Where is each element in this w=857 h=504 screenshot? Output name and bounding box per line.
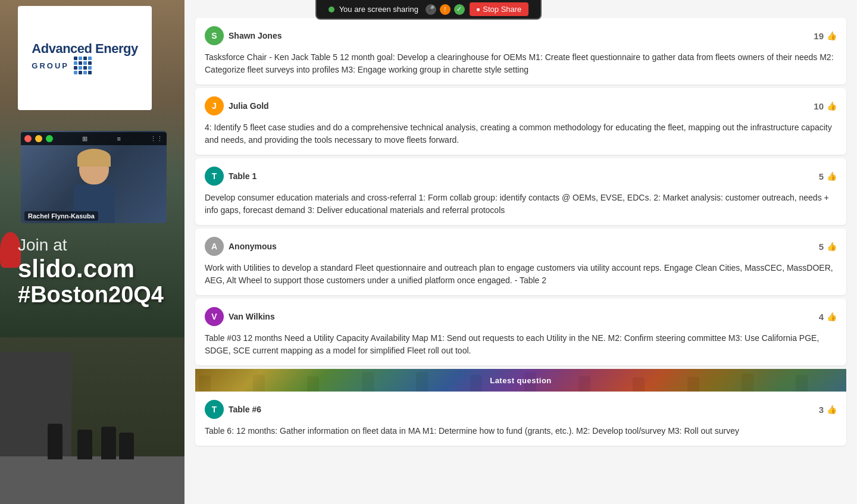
thumb-up-icon[interactable]: 👍 xyxy=(827,101,837,111)
latest-banner: Latest question xyxy=(195,369,846,392)
vote-section[interactable]: 4 👍 xyxy=(819,312,837,322)
author-name: Julia Gold xyxy=(229,101,269,111)
left-panel: Advanced Energy GROUP xyxy=(0,0,184,504)
apps-icon[interactable]: ⋮⋮ xyxy=(150,135,163,143)
logo: Advanced Energy GROUP xyxy=(26,36,143,80)
avatar: T xyxy=(205,400,224,419)
vote-section[interactable]: 5 👍 xyxy=(819,171,837,181)
card-header: J Julia Gold 10 👍 xyxy=(205,96,837,115)
vote-count: 19 xyxy=(814,31,824,41)
card-header: S Shawn Jones 19 👍 xyxy=(205,26,837,45)
thumb-up-icon[interactable]: 👍 xyxy=(827,171,837,181)
screen-share-indicator xyxy=(329,7,334,12)
card-header-left: S Shawn Jones xyxy=(205,26,282,45)
logo-text-advanced: Advanced Energy xyxy=(32,42,137,56)
main-layout: Advanced Energy GROUP xyxy=(0,0,857,504)
warn-icon: ! xyxy=(440,4,451,15)
list-icon[interactable]: ≡ xyxy=(117,135,120,142)
logo-grid xyxy=(74,57,92,74)
vote-section[interactable]: 10 👍 xyxy=(814,101,837,111)
question-card: S Shawn Jones 19 👍 Tasksforce Chair - Ke… xyxy=(195,18,846,84)
maximize-button[interactable] xyxy=(46,135,53,142)
sidewalk xyxy=(0,456,184,504)
card-header: T Table 1 5 👍 xyxy=(205,167,837,186)
screen-share-bar: You are screen sharing 🎤 ! ✓ Stop Share xyxy=(315,0,542,20)
mic-icon: 🎤 xyxy=(426,4,436,15)
card-header-left: T Table #6 xyxy=(205,400,261,419)
logo-box: Advanced Energy GROUP xyxy=(18,6,152,110)
avatar: J xyxy=(205,96,224,115)
card-header-left: T Table 1 xyxy=(205,167,257,186)
screen-share-icons: 🎤 ! ✓ xyxy=(426,4,465,15)
check-icon: ✓ xyxy=(454,4,465,15)
avatar: V xyxy=(205,307,224,326)
minimize-button[interactable] xyxy=(35,135,42,142)
author-name: Shawn Jones xyxy=(229,31,282,40)
person-head xyxy=(79,152,109,184)
card-body: Table #03 12 months Need a Utility Capac… xyxy=(205,332,837,357)
author-name: Anonymous xyxy=(229,242,277,251)
card-header-left: J Julia Gold xyxy=(205,96,269,115)
street-person-1 xyxy=(48,424,62,459)
author-name: Van Wilkins xyxy=(229,312,275,321)
street-person-4 xyxy=(119,433,134,459)
avatar: A xyxy=(205,237,224,256)
join-url: slido.com xyxy=(18,255,164,283)
thumb-up-icon[interactable]: 👍 xyxy=(827,312,837,321)
street-scene xyxy=(0,337,184,504)
vote-count: 5 xyxy=(819,242,824,252)
question-card: T Table 1 5 👍 Develop consumer education… xyxy=(195,158,846,225)
card-header-left: V Van Wilkins xyxy=(205,307,275,326)
author-name: Table #6 xyxy=(229,405,261,414)
question-card: J Julia Gold 10 👍 4: Identify 5 fleet ca… xyxy=(195,88,846,155)
vote-section[interactable]: 5 👍 xyxy=(819,242,837,252)
qa-panel[interactable]: S Shawn Jones 19 👍 Tasksforce Chair - Ke… xyxy=(184,0,857,504)
street-person-2 xyxy=(77,430,92,459)
question-card: A Anonymous 5 👍 Work with Utilities to d… xyxy=(195,228,846,295)
card-body: Work with Utilities to develop a standar… xyxy=(205,262,837,287)
card-header: A Anonymous 5 👍 xyxy=(205,237,837,256)
card-body: Tasksforce Chair - Ken Jack Table 5 12 m… xyxy=(205,51,837,76)
thumb-up-icon[interactable]: 👍 xyxy=(827,405,837,414)
logo-text-group: GROUP xyxy=(32,61,69,70)
avatar: S xyxy=(205,26,224,45)
join-at-label: Join at xyxy=(18,235,164,255)
card-header-left: A Anonymous xyxy=(205,237,277,256)
street-person-3 xyxy=(101,427,116,459)
card-header: V Van Wilkins 4 👍 xyxy=(205,307,837,326)
card-body: 4: Identify 5 fleet case studies and do … xyxy=(205,121,837,146)
screen-share-text: You are screen sharing xyxy=(339,5,418,14)
card-header: T Table #6 3 👍 xyxy=(205,400,837,419)
vote-count: 3 xyxy=(819,405,824,415)
join-hashtag: #Boston20Q4 xyxy=(18,283,164,308)
thumb-up-icon[interactable]: 👍 xyxy=(827,31,837,40)
vote-count: 4 xyxy=(819,312,824,322)
question-card: V Van Wilkins 4 👍 Table #03 12 months Ne… xyxy=(195,299,846,365)
author-name: Table 1 xyxy=(229,171,257,181)
person-hair xyxy=(77,149,111,167)
question-card: T Table #6 3 👍 Table 6: 12 months: Gathe… xyxy=(195,392,846,446)
vote-count: 5 xyxy=(819,171,824,181)
card-body: Develop consumer education materials and… xyxy=(205,192,837,217)
vote-section[interactable]: 3 👍 xyxy=(819,405,837,415)
vote-count: 10 xyxy=(814,101,824,111)
stop-share-button[interactable]: Stop Share xyxy=(470,2,528,16)
participant-name: Rachel Flynn-Kasuba xyxy=(24,211,98,221)
thumb-up-icon[interactable]: 👍 xyxy=(827,242,837,251)
card-body: Table 6: 12 months: Gather information o… xyxy=(205,425,837,437)
join-info: Join at slido.com #Boston20Q4 xyxy=(18,235,164,308)
latest-text: Latest question xyxy=(490,376,552,385)
avatar: T xyxy=(205,167,224,186)
close-button[interactable] xyxy=(24,135,32,142)
vote-section[interactable]: 19 👍 xyxy=(814,31,837,41)
controls-bar[interactable]: ⊞ ≡ ⋮⋮ xyxy=(21,132,167,145)
grid-icon[interactable]: ⊞ xyxy=(82,135,87,143)
